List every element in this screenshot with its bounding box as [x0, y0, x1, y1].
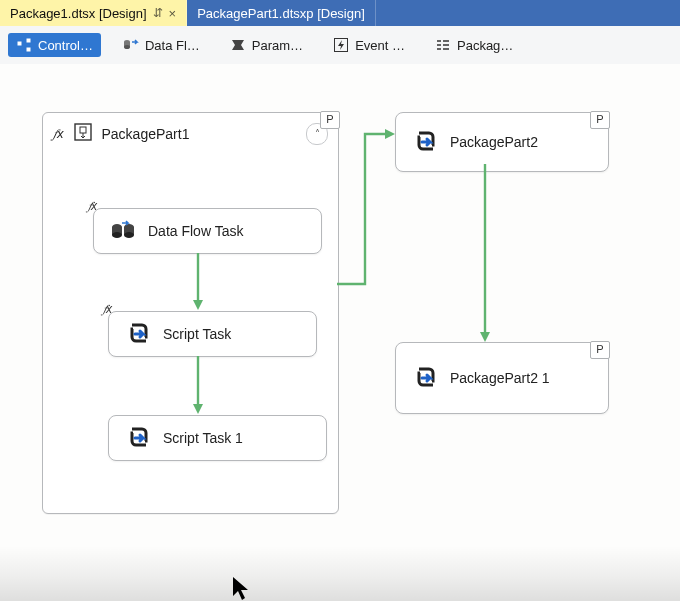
- svg-point-11: [112, 232, 122, 238]
- script-task-icon: [125, 320, 153, 348]
- svg-rect-0: [17, 41, 22, 46]
- cursor-icon: [232, 576, 252, 601]
- task-script-1[interactable]: Script Task 1: [108, 415, 327, 461]
- parameters-icon: [230, 37, 246, 53]
- container-title: PackagePart2: [450, 134, 538, 150]
- control-flow-icon: [16, 37, 32, 53]
- pin-icon[interactable]: ⇵: [153, 6, 163, 20]
- script-task-icon: [125, 424, 153, 452]
- fx-icon: 𝑓x: [103, 302, 112, 316]
- task-label: Script Task 1: [163, 430, 243, 446]
- container-packagepart2-1[interactable]: P PackagePart2 1: [395, 342, 609, 414]
- part-badge: P: [320, 111, 340, 129]
- part-badge: P: [590, 341, 610, 359]
- task-data-flow[interactable]: 𝑓x Data Flow Task: [93, 208, 322, 254]
- designer-toolbar: Control… Data Fl… Param… Event … Packag…: [0, 26, 680, 65]
- tab-label: Package1.dtsx [Design]: [10, 6, 147, 21]
- container-packagepart1[interactable]: P 𝑓x PackagePart1 ˄ 𝑓x Data Flow Task 𝑓x…: [42, 112, 339, 514]
- toolbar-label: Param…: [252, 38, 303, 53]
- toolbar-parameters[interactable]: Param…: [222, 33, 311, 57]
- data-flow-task-icon: [110, 217, 138, 245]
- design-canvas[interactable]: P 𝑓x PackagePart1 ˄ 𝑓x Data Flow Task 𝑓x…: [0, 64, 680, 601]
- toolbar-event-handlers[interactable]: Event …: [325, 33, 413, 57]
- toolbar-data-flow[interactable]: Data Fl…: [115, 33, 208, 57]
- fx-icon: 𝑓x: [53, 126, 64, 142]
- svg-marker-17: [385, 129, 395, 139]
- svg-marker-16: [193, 404, 203, 414]
- toolbar-package-explorer[interactable]: Packag…: [427, 33, 521, 57]
- event-icon: [333, 37, 349, 53]
- container-title: PackagePart1: [102, 126, 190, 142]
- tab-packagepart1[interactable]: PackagePart1.dtsxp [Design]: [187, 0, 376, 26]
- container-title: PackagePart2 1: [450, 370, 550, 386]
- package-part-icon: [412, 128, 440, 156]
- package-part-icon: [412, 364, 440, 392]
- package-explorer-icon: [435, 37, 451, 53]
- data-flow-icon: [123, 37, 139, 53]
- container-glyph-icon: [72, 121, 94, 146]
- toolbar-label: Packag…: [457, 38, 513, 53]
- task-label: Script Task: [163, 326, 231, 342]
- part-badge: P: [590, 111, 610, 129]
- svg-marker-15: [193, 300, 203, 310]
- svg-point-5: [124, 45, 130, 49]
- toolbar-label: Data Fl…: [145, 38, 200, 53]
- svg-rect-1: [26, 38, 31, 43]
- toolbar-label: Control…: [38, 38, 93, 53]
- svg-marker-18: [480, 332, 490, 342]
- close-icon[interactable]: ×: [169, 6, 177, 21]
- tab-label: PackagePart1.dtsxp [Design]: [197, 6, 365, 21]
- task-script[interactable]: 𝑓x Script Task: [108, 311, 317, 357]
- container-header: 𝑓x PackagePart1 ˄: [43, 113, 338, 152]
- svg-rect-8: [80, 127, 86, 133]
- toolbar-control-flow[interactable]: Control…: [8, 33, 101, 57]
- svg-point-14: [124, 232, 134, 238]
- toolbar-label: Event …: [355, 38, 405, 53]
- container-packagepart2[interactable]: P PackagePart2: [395, 112, 609, 172]
- task-label: Data Flow Task: [148, 223, 243, 239]
- tab-package1[interactable]: Package1.dtsx [Design] ⇵ ×: [0, 0, 187, 26]
- tab-strip-filler: [376, 0, 680, 26]
- fx-icon: 𝑓x: [88, 199, 97, 213]
- svg-rect-2: [26, 47, 31, 52]
- tab-strip: Package1.dtsx [Design] ⇵ × PackagePart1.…: [0, 0, 680, 26]
